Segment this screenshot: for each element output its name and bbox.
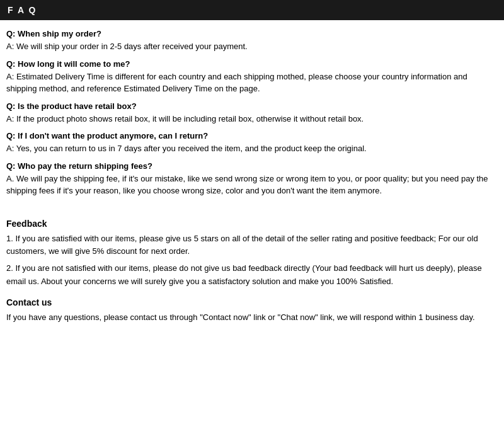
feedback-item-1: 1. If you are satisfied with our items, … — [6, 232, 498, 259]
question-1: Q: When ship my order? — [6, 29, 498, 38]
answer-4: A: Yes, you can return to us in 7 days a… — [6, 142, 498, 155]
faq-header: F A Q — [0, 0, 504, 20]
answer-3: A: If the product photo shows retail box… — [6, 113, 498, 125]
faq-item-4: Q: If I don't want the product anymore, … — [6, 131, 498, 155]
contact-title: Contact us — [6, 297, 498, 307]
feedback-section: Feedback 1. If you are satisfied with ou… — [6, 219, 498, 289]
feedback-title: Feedback — [6, 219, 498, 229]
answer-1: A: We will ship your order in 2-5 days a… — [6, 40, 498, 53]
faq-item-2: Q: How long it will come to me? A: Estim… — [6, 59, 498, 95]
faq-item-5: Q: Who pay the return shipping fees? A. … — [6, 161, 498, 197]
main-content: Q: When ship my order? A: We will ship y… — [0, 26, 504, 334]
question-5: Q: Who pay the return shipping fees? — [6, 161, 498, 171]
answer-5: A. We will pay the shipping fee, if it's… — [6, 173, 498, 197]
question-4: Q: If I don't want the product anymore, … — [6, 131, 498, 140]
divider-1 — [6, 203, 498, 210]
feedback-item-2: 2. If you are not satisfied with our ite… — [6, 262, 498, 289]
answer-2: A: Estimated Delivery Time is different … — [6, 71, 498, 95]
faq-item-1: Q: When ship my order? A: We will ship y… — [6, 29, 498, 53]
faq-section: Q: When ship my order? A: We will ship y… — [6, 29, 498, 197]
question-2: Q: How long it will come to me? — [6, 59, 498, 69]
contact-section: Contact us If you have any questions, pl… — [6, 297, 498, 324]
faq-item-3: Q: Is the product have retail box? A: If… — [6, 101, 498, 125]
question-3: Q: Is the product have retail box? — [6, 101, 498, 111]
contact-text: If you have any questions, please contac… — [6, 311, 498, 324]
